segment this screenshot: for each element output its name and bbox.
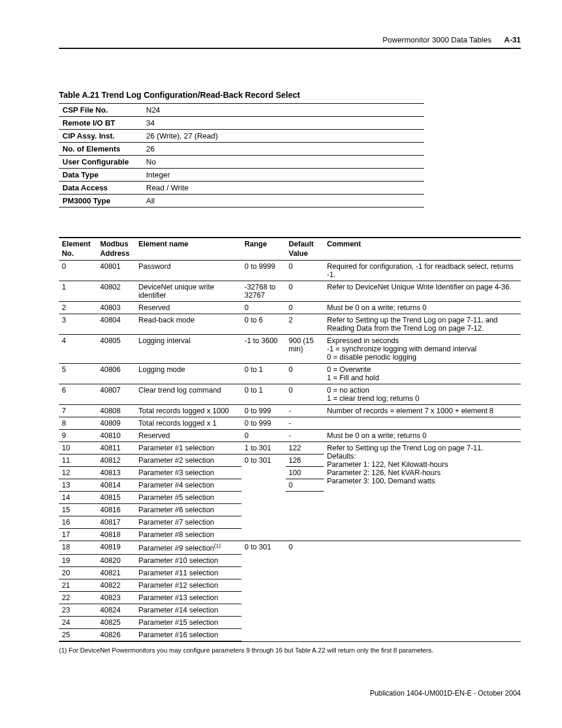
meta-key: Data Access xyxy=(59,182,143,195)
cell: 13 xyxy=(59,479,97,492)
cell: Parameter #12 selection xyxy=(135,579,242,592)
col-element-no: Element No. xyxy=(59,238,97,261)
cell: 0 to 1 xyxy=(242,364,286,384)
cell: Logging interval xyxy=(135,335,242,364)
cell: 0 xyxy=(286,302,324,314)
cell: 40813 xyxy=(97,467,135,479)
cell: 15 xyxy=(59,504,97,516)
cell: Parameter #2 selection xyxy=(135,454,242,467)
cell: 40807 xyxy=(97,384,135,405)
cell xyxy=(324,417,521,430)
cell: Parameter #5 selection xyxy=(135,492,242,504)
meta-value: N24 xyxy=(143,104,424,117)
cell: Reserved xyxy=(135,430,242,442)
cell: 40804 xyxy=(97,314,135,335)
cell: 126 xyxy=(286,454,324,467)
col-range: Range xyxy=(242,238,286,261)
main-table: Element No. Modbus Address Element name … xyxy=(59,237,521,642)
cell: 1 xyxy=(59,281,97,302)
cell: 0 xyxy=(59,261,97,281)
cell: Number of records = element 7 x 1000 + e… xyxy=(324,405,521,417)
cell: 21 xyxy=(59,579,97,592)
cell: 0 to 9999 xyxy=(242,261,286,281)
cell: 3 xyxy=(59,314,97,335)
meta-value: No xyxy=(143,156,424,169)
col-default: Default Value xyxy=(286,238,324,261)
cell: 40817 xyxy=(97,516,135,529)
cell: Parameter #1 selection xyxy=(135,442,242,454)
cell: Parameter #6 selection xyxy=(135,504,242,516)
cell: 0 xyxy=(286,479,324,492)
cell: 0 xyxy=(286,281,324,302)
cell: 19 xyxy=(59,555,97,567)
cell: Must be 0 on a write; returns 0 xyxy=(324,430,521,442)
cell: 0 to 6 xyxy=(242,314,286,335)
cell: Must be 0 on a write; returns 0 xyxy=(324,302,521,314)
cell: Parameter #8 selection xyxy=(135,529,242,541)
cell: Parameter #9 selection(1) xyxy=(135,541,242,555)
meta-value: 26 xyxy=(143,143,424,156)
cell: 40816 xyxy=(97,504,135,516)
header-page: A-31 xyxy=(504,35,521,44)
cell: Refer to Setting up the Trend Log on pag… xyxy=(324,442,521,541)
cell: Required for configuration, -1 for readb… xyxy=(324,261,521,281)
meta-key: CSP File No. xyxy=(59,104,143,117)
meta-value: All xyxy=(143,195,424,207)
cell: 17 xyxy=(59,529,97,541)
cell: 0 = no action1 = clear trend log; return… xyxy=(324,384,521,405)
meta-table: CSP File No.N24Remote I/O BT34CIP Assy. … xyxy=(59,103,424,207)
cell: Parameter #4 selection xyxy=(135,479,242,492)
cell: 5 xyxy=(59,364,97,384)
cell: Parameter #15 selection xyxy=(135,617,242,629)
page-header: Powermonitor 3000 Data Tables A-31 xyxy=(59,35,521,49)
cell: Total records logged x 1000 xyxy=(135,405,242,417)
cell: Password xyxy=(135,261,242,281)
cell: 40815 xyxy=(97,492,135,504)
cell: Expressed in seconds-1 = synchronize log… xyxy=(324,335,521,364)
cell: 2 xyxy=(286,314,324,335)
cell: 40801 xyxy=(97,261,135,281)
cell: -1 to 3600 xyxy=(242,335,286,364)
cell: 9 xyxy=(59,430,97,442)
table-caption: Table A.21 Trend Log Configuration/Read-… xyxy=(59,90,521,100)
cell: Parameter #14 selection xyxy=(135,604,242,617)
meta-key: Remote I/O BT xyxy=(59,117,143,130)
cell xyxy=(324,541,521,642)
meta-key: CIP Assy. Inst. xyxy=(59,130,143,143)
meta-value: 26 (Write), 27 (Read) xyxy=(143,130,424,143)
cell: 16 xyxy=(59,516,97,529)
meta-value: Integer xyxy=(143,169,424,182)
cell: 0 xyxy=(286,364,324,384)
cell: 40802 xyxy=(97,281,135,302)
cell: - xyxy=(286,405,324,417)
cell: 10 xyxy=(59,442,97,454)
cell: 100 xyxy=(286,467,324,479)
cell: Parameter #13 selection xyxy=(135,592,242,604)
cell: DeviceNet unique write identifier xyxy=(135,281,242,302)
cell: Clear trend log command xyxy=(135,384,242,405)
cell: 0 xyxy=(286,384,324,405)
meta-key: Data Type xyxy=(59,169,143,182)
cell: 40820 xyxy=(97,555,135,567)
cell: Logging mode xyxy=(135,364,242,384)
cell: 122 xyxy=(286,442,324,454)
cell: 25 xyxy=(59,629,97,642)
cell: 0 to 999 xyxy=(242,417,286,430)
cell: 0 xyxy=(242,430,286,442)
cell: 40823 xyxy=(97,592,135,604)
cell: 0 xyxy=(286,541,324,642)
footnote: (1) For DeviceNet Powermonitors you may … xyxy=(59,647,521,654)
cell: -32768 to 32767 xyxy=(242,281,286,302)
cell: 40818 xyxy=(97,529,135,541)
col-name: Element name xyxy=(135,238,242,261)
cell: 40803 xyxy=(97,302,135,314)
cell: 40825 xyxy=(97,617,135,629)
cell: 20 xyxy=(59,567,97,579)
cell: 40805 xyxy=(97,335,135,364)
cell: 23 xyxy=(59,604,97,617)
cell: 4 xyxy=(59,335,97,364)
cell: 40806 xyxy=(97,364,135,384)
cell: Reserved xyxy=(135,302,242,314)
cell: 0 to 1 xyxy=(242,384,286,405)
meta-value: 34 xyxy=(143,117,424,130)
